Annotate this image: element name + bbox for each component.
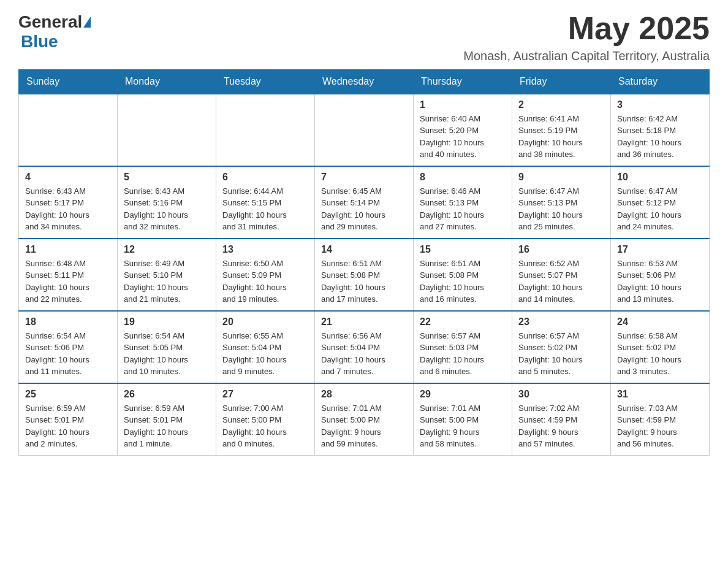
day-info: Sunrise: 6:57 AMSunset: 5:02 PMDaylight:… [518, 330, 604, 378]
calendar-cell: 30Sunrise: 7:02 AMSunset: 4:59 PMDayligh… [512, 383, 611, 456]
calendar-cell: 17Sunrise: 6:53 AMSunset: 5:06 PMDayligh… [611, 239, 710, 311]
logo-triangle-icon [83, 17, 91, 28]
logo: General Blue [18, 12, 92, 52]
weekday-header-monday: Monday [118, 70, 216, 94]
calendar-cell: 3Sunrise: 6:42 AMSunset: 5:18 PMDaylight… [611, 94, 710, 166]
calendar-cell: 31Sunrise: 7:03 AMSunset: 4:59 PMDayligh… [611, 383, 710, 456]
day-info: Sunrise: 7:03 AMSunset: 4:59 PMDaylight:… [617, 402, 703, 450]
day-number: 17 [617, 244, 703, 255]
day-info: Sunrise: 7:00 AMSunset: 5:00 PMDaylight:… [222, 402, 308, 450]
day-number: 11 [25, 244, 111, 255]
weekday-header-row: SundayMondayTuesdayWednesdayThursdayFrid… [19, 70, 710, 94]
calendar-week-5: 25Sunrise: 6:59 AMSunset: 5:01 PMDayligh… [19, 383, 710, 456]
title-section: May 2025 Monash, Australian Capital Terr… [463, 12, 710, 63]
day-number: 26 [124, 389, 210, 400]
day-info: Sunrise: 6:50 AMSunset: 5:09 PMDaylight:… [222, 258, 308, 305]
day-number: 19 [124, 316, 210, 327]
calendar-cell: 19Sunrise: 6:54 AMSunset: 5:05 PMDayligh… [118, 311, 216, 383]
day-info: Sunrise: 6:59 AMSunset: 5:01 PMDaylight:… [25, 402, 111, 450]
day-info: Sunrise: 6:51 AMSunset: 5:08 PMDaylight:… [420, 258, 506, 305]
calendar-cell: 9Sunrise: 6:47 AMSunset: 5:13 PMDaylight… [512, 166, 611, 239]
calendar-cell: 1Sunrise: 6:40 AMSunset: 5:20 PMDaylight… [414, 94, 512, 166]
day-info: Sunrise: 6:57 AMSunset: 5:03 PMDaylight:… [420, 330, 506, 378]
day-info: Sunrise: 6:53 AMSunset: 5:06 PMDaylight:… [617, 258, 703, 305]
day-number: 2 [518, 99, 604, 110]
day-info: Sunrise: 6:54 AMSunset: 5:05 PMDaylight:… [124, 330, 210, 378]
day-number: 16 [518, 244, 604, 255]
day-number: 13 [222, 244, 308, 255]
calendar-cell: 26Sunrise: 6:59 AMSunset: 5:01 PMDayligh… [118, 383, 216, 456]
calendar-cell: 10Sunrise: 6:47 AMSunset: 5:12 PMDayligh… [611, 166, 710, 239]
calendar-cell: 4Sunrise: 6:43 AMSunset: 5:17 PMDaylight… [19, 166, 118, 239]
day-number: 20 [222, 316, 308, 327]
day-info: Sunrise: 6:48 AMSunset: 5:11 PMDaylight:… [25, 258, 111, 305]
day-number: 29 [420, 389, 506, 400]
day-number: 5 [124, 172, 210, 183]
day-number: 18 [25, 316, 111, 327]
day-number: 30 [518, 389, 604, 400]
calendar-cell: 18Sunrise: 6:54 AMSunset: 5:06 PMDayligh… [19, 311, 118, 383]
calendar-cell: 21Sunrise: 6:56 AMSunset: 5:04 PMDayligh… [315, 311, 414, 383]
day-info: Sunrise: 7:01 AMSunset: 5:00 PMDaylight:… [420, 402, 506, 450]
day-number: 28 [321, 389, 407, 400]
day-info: Sunrise: 6:47 AMSunset: 5:13 PMDaylight:… [518, 185, 604, 233]
calendar-cell: 8Sunrise: 6:46 AMSunset: 5:13 PMDaylight… [414, 166, 512, 239]
calendar-cell: 23Sunrise: 6:57 AMSunset: 5:02 PMDayligh… [512, 311, 611, 383]
logo-general-text: General [18, 12, 82, 32]
calendar-cell: 7Sunrise: 6:45 AMSunset: 5:14 PMDaylight… [315, 166, 414, 239]
day-info: Sunrise: 6:51 AMSunset: 5:08 PMDaylight:… [321, 258, 407, 305]
day-info: Sunrise: 7:01 AMSunset: 5:00 PMDaylight:… [321, 402, 407, 450]
weekday-header-tuesday: Tuesday [216, 70, 315, 94]
weekday-header-thursday: Thursday [414, 70, 512, 94]
day-number: 9 [518, 172, 604, 183]
weekday-header-sunday: Sunday [19, 70, 118, 94]
calendar-cell: 27Sunrise: 7:00 AMSunset: 5:00 PMDayligh… [216, 383, 315, 456]
calendar-cell: 6Sunrise: 6:44 AMSunset: 5:15 PMDaylight… [216, 166, 315, 239]
calendar-table: SundayMondayTuesdayWednesdayThursdayFrid… [18, 69, 710, 456]
day-info: Sunrise: 6:44 AMSunset: 5:15 PMDaylight:… [222, 185, 308, 233]
calendar-cell: 12Sunrise: 6:49 AMSunset: 5:10 PMDayligh… [118, 239, 216, 311]
weekday-header-friday: Friday [512, 70, 611, 94]
day-number: 14 [321, 244, 407, 255]
day-number: 8 [420, 172, 506, 183]
day-number: 31 [617, 389, 703, 400]
calendar-cell: 14Sunrise: 6:51 AMSunset: 5:08 PMDayligh… [315, 239, 414, 311]
day-info: Sunrise: 6:54 AMSunset: 5:06 PMDaylight:… [25, 330, 111, 378]
calendar-week-3: 11Sunrise: 6:48 AMSunset: 5:11 PMDayligh… [19, 239, 710, 311]
day-info: Sunrise: 6:43 AMSunset: 5:17 PMDaylight:… [25, 185, 111, 233]
day-info: Sunrise: 6:49 AMSunset: 5:10 PMDaylight:… [124, 258, 210, 305]
calendar-cell: 11Sunrise: 6:48 AMSunset: 5:11 PMDayligh… [19, 239, 118, 311]
location-title: Monash, Australian Capital Territory, Au… [463, 49, 710, 63]
weekday-header-wednesday: Wednesday [315, 70, 414, 94]
calendar-cell: 2Sunrise: 6:41 AMSunset: 5:19 PMDaylight… [512, 94, 611, 166]
calendar-week-1: 1Sunrise: 6:40 AMSunset: 5:20 PMDaylight… [19, 94, 710, 166]
day-number: 7 [321, 172, 407, 183]
day-number: 3 [617, 99, 703, 110]
logo-blue-text: Blue [21, 32, 58, 51]
calendar-cell: 16Sunrise: 6:52 AMSunset: 5:07 PMDayligh… [512, 239, 611, 311]
day-info: Sunrise: 6:41 AMSunset: 5:19 PMDaylight:… [518, 113, 604, 161]
day-info: Sunrise: 6:52 AMSunset: 5:07 PMDaylight:… [518, 258, 604, 305]
day-number: 23 [518, 316, 604, 327]
day-info: Sunrise: 7:02 AMSunset: 4:59 PMDaylight:… [518, 402, 604, 450]
day-number: 10 [617, 172, 703, 183]
day-number: 27 [222, 389, 308, 400]
day-info: Sunrise: 6:43 AMSunset: 5:16 PMDaylight:… [124, 185, 210, 233]
page-header: General Blue May 2025 Monash, Australian… [18, 12, 710, 63]
calendar-cell: 28Sunrise: 7:01 AMSunset: 5:00 PMDayligh… [315, 383, 414, 456]
calendar-week-2: 4Sunrise: 6:43 AMSunset: 5:17 PMDaylight… [19, 166, 710, 239]
day-number: 21 [321, 316, 407, 327]
day-number: 12 [124, 244, 210, 255]
day-info: Sunrise: 6:56 AMSunset: 5:04 PMDaylight:… [321, 330, 407, 378]
calendar-cell [19, 94, 118, 166]
day-number: 25 [25, 389, 111, 400]
calendar-cell [118, 94, 216, 166]
day-info: Sunrise: 6:59 AMSunset: 5:01 PMDaylight:… [124, 402, 210, 450]
weekday-header-saturday: Saturday [611, 70, 710, 94]
calendar-cell: 20Sunrise: 6:55 AMSunset: 5:04 PMDayligh… [216, 311, 315, 383]
day-number: 15 [420, 244, 506, 255]
day-info: Sunrise: 6:47 AMSunset: 5:12 PMDaylight:… [617, 185, 703, 233]
calendar-cell: 25Sunrise: 6:59 AMSunset: 5:01 PMDayligh… [19, 383, 118, 456]
logo-text: General [18, 12, 92, 32]
day-info: Sunrise: 6:55 AMSunset: 5:04 PMDaylight:… [222, 330, 308, 378]
